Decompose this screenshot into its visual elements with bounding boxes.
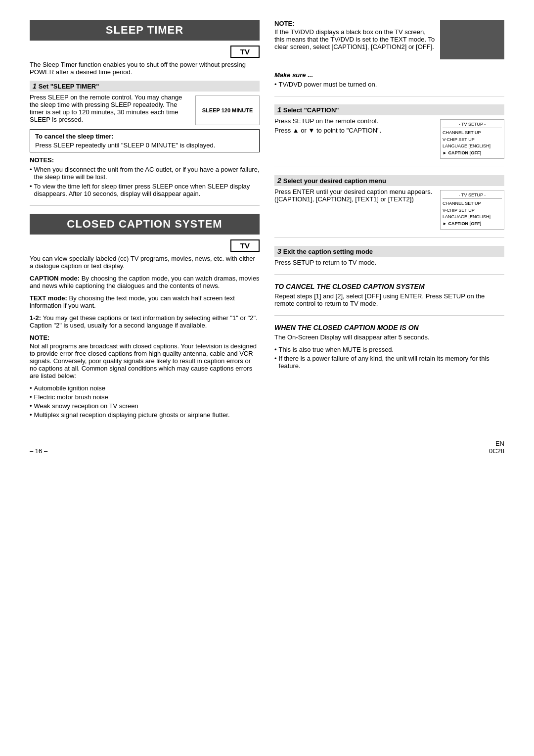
- note-main-text: Not all programs are broadcast with clos…: [30, 342, 257, 379]
- tv-setup2-item4: ► CAPTION [OFF]: [443, 221, 502, 228]
- notes-title: NOTES:: [30, 156, 260, 164]
- right-step1-number: 1: [277, 106, 281, 114]
- bullet-4: • Multiplex signal reception displaying …: [30, 411, 260, 419]
- page-footer: – 16 – EN 0C28: [30, 440, 504, 455]
- tv-badge-area-2: TV: [30, 239, 260, 255]
- right-note-text: If the TV/DVD displays a black box on th…: [274, 28, 435, 50]
- note-text-1: When you disconnect the unit from the AC…: [34, 166, 260, 181]
- bullet-text-2: Electric motor brush noise: [34, 393, 108, 401]
- sleep-timer-intro: The Sleep Timer function enables you to …: [30, 61, 260, 76]
- sleep-display-box: SLEEP 120 MINUTE: [195, 95, 260, 125]
- right-step1-text1: Press SETUP on the remote control.: [274, 117, 435, 125]
- step1-header: 1 Set "SLEEP TIMER": [30, 81, 260, 92]
- right-step2-title: Select your desired caption menu: [283, 177, 386, 185]
- step1-title: Set "SLEEP TIMER": [39, 83, 99, 90]
- when-bullet-mark-1: •: [274, 346, 277, 353]
- make-sure-bullet-mark: •: [274, 81, 277, 88]
- cancel-section-title: TO CANCEL THE CLOSED CAPTION SYSTEM: [274, 283, 504, 290]
- text-mode-text: TEXT mode: By choosing the text mode, yo…: [30, 294, 260, 309]
- page-code: EN 0C28: [489, 440, 504, 455]
- divider-right-3: [274, 237, 504, 238]
- bullet-mark-3: •: [30, 402, 32, 410]
- step1-number: 1: [33, 82, 37, 90]
- step1-text: Press SLEEP on the remote control. You m…: [30, 94, 190, 125]
- tv-setup2-item2: V-CHIP SET UP: [443, 207, 502, 214]
- tv-setup-box-2: - TV SETUP - CHANNEL SET UP V-CHIP SET U…: [440, 190, 504, 230]
- one-two-desc: You may get these captions or text infor…: [30, 314, 258, 329]
- sleep-timer-title: SLEEP TIMER: [106, 24, 183, 36]
- note-bullet-2: •: [30, 183, 32, 197]
- when-bullet-2: • If there is a power failure of any kin…: [274, 355, 504, 370]
- caption-mode-text: CAPTION mode: By choosing the caption mo…: [30, 275, 260, 289]
- left-column: SLEEP TIMER TV The Sleep Timer function …: [30, 20, 260, 420]
- right-step1-block: Press SETUP on the remote control. Press…: [274, 117, 504, 159]
- right-step3-header: 3 Exit the caption setting mode: [274, 246, 504, 257]
- note-label: NOTE:: [30, 334, 260, 341]
- bullet-1: • Automobile ignition noise: [30, 384, 260, 392]
- bullet-mark-1: •: [30, 384, 32, 392]
- right-step1-text: Press SETUP on the remote control. Press…: [274, 117, 435, 159]
- make-sure-text: TV/DVD power must be turned on.: [279, 81, 377, 88]
- right-step2-header: 2 Select your desired caption menu: [274, 175, 504, 186]
- divider-right-1: [274, 96, 504, 96]
- when-bullet-1: • This is also true when MUTE is pressed…: [274, 346, 504, 353]
- one-two-text: 1-2: You may get these captions or text …: [30, 314, 260, 329]
- right-step3-text: Press SETUP to return to TV mode.: [274, 259, 504, 266]
- note-item-2: • To view the time left for sleep timer …: [30, 183, 260, 197]
- sleep-timer-header: SLEEP TIMER: [30, 20, 260, 41]
- right-step2-block: Press ENTER until your desired caption m…: [274, 188, 504, 230]
- divider-1: [30, 205, 260, 206]
- step1-block: Press SLEEP on the remote control. You m…: [30, 94, 260, 125]
- tv-setup1-item3: LANGUAGE [ENGLISH]: [443, 143, 502, 150]
- cancel-box: To cancel the sleep timer: Press SLEEP r…: [30, 129, 260, 152]
- note-item-1: • When you disconnect the unit from the …: [30, 166, 260, 181]
- right-note-box: NOTE: If the TV/DVD displays a black box…: [274, 20, 504, 62]
- cancel-text: Press SLEEP repeatedly until "SLEEP 0 MI…: [35, 142, 254, 149]
- make-sure-bullet: • TV/DVD power must be turned on.: [274, 81, 504, 88]
- caption-intro: You can view specially labeled (cc) TV p…: [30, 255, 260, 270]
- main-content: SLEEP TIMER TV The Sleep Timer function …: [30, 20, 504, 420]
- notes-section: NOTES: • When you disconnect the unit fr…: [30, 156, 260, 197]
- text-mode-label: TEXT mode:: [30, 294, 67, 302]
- when-bullet-text-1: This is also true when MUTE is pressed.: [279, 346, 394, 353]
- divider-right-4: [274, 274, 504, 275]
- tv-badge-area: TV: [30, 46, 260, 61]
- right-step1-header: 1 Select "CAPTION": [274, 104, 504, 115]
- right-step3-title: Exit the caption setting mode: [283, 248, 373, 255]
- cancel-section-text: Repeat steps [1] and [2], select [OFF] u…: [274, 292, 504, 307]
- when-title: WHEN THE CLOSED CAPTION MODE IS ON: [274, 324, 504, 331]
- one-two-label: 1-2:: [30, 314, 41, 322]
- note-text-2: To view the time left for sleep timer pr…: [34, 183, 260, 197]
- tv-setup1-item2: V-CHIP SET UP: [443, 137, 502, 143]
- divider-right-2: [274, 167, 504, 167]
- page: SLEEP TIMER TV The Sleep Timer function …: [0, 0, 534, 756]
- closed-caption-title: CLOSED CAPTION SYSTEM: [67, 218, 222, 230]
- caption-mode-label: CAPTION mode:: [30, 275, 80, 282]
- note-block: NOTE: Not all programs are broadcast wit…: [30, 334, 260, 379]
- divider-right-5: [274, 315, 504, 316]
- bullet-2: • Electric motor brush noise: [30, 393, 260, 401]
- right-column: NOTE: If the TV/DVD displays a black box…: [274, 20, 504, 420]
- tv-badge: TV: [230, 46, 260, 58]
- when-bullet-mark-2: •: [274, 355, 277, 370]
- bullet-text-4: Multiplex signal reception displaying pi…: [34, 411, 230, 419]
- cancel-title: To cancel the sleep timer:: [35, 133, 254, 140]
- tv-setup-box-1: - TV SETUP - CHANNEL SET UP V-CHIP SET U…: [440, 119, 504, 159]
- note-bullet-1: •: [30, 166, 32, 181]
- tv-setup2-item1: CHANNEL SET UP: [443, 200, 502, 207]
- right-step1-title: Select "CAPTION": [283, 106, 339, 114]
- right-step1-text2: Press ▲ or ▼ to point to "CAPTION".: [274, 127, 435, 134]
- make-sure-label: Make sure ...: [274, 71, 504, 79]
- right-step2-text: Press ENTER until your desired caption m…: [274, 188, 435, 230]
- right-step2-number: 2: [277, 177, 281, 185]
- bullet-mark-2: •: [30, 393, 32, 401]
- bullet-3: • Weak snowy reception on TV screen: [30, 402, 260, 410]
- bullet-mark-4: •: [30, 411, 32, 419]
- sleep-display-text: SLEEP 120 MINUTE: [202, 107, 253, 113]
- tv-badge-2: TV: [230, 239, 260, 252]
- bullet-text-1: Automobile ignition noise: [34, 384, 106, 392]
- bullet-text-3: Weak snowy reception on TV screen: [34, 402, 138, 410]
- tv-setup1-item1: CHANNEL SET UP: [443, 130, 502, 137]
- tv-setup1-title: - TV SETUP -: [443, 122, 502, 128]
- right-step3-number: 3: [277, 247, 281, 255]
